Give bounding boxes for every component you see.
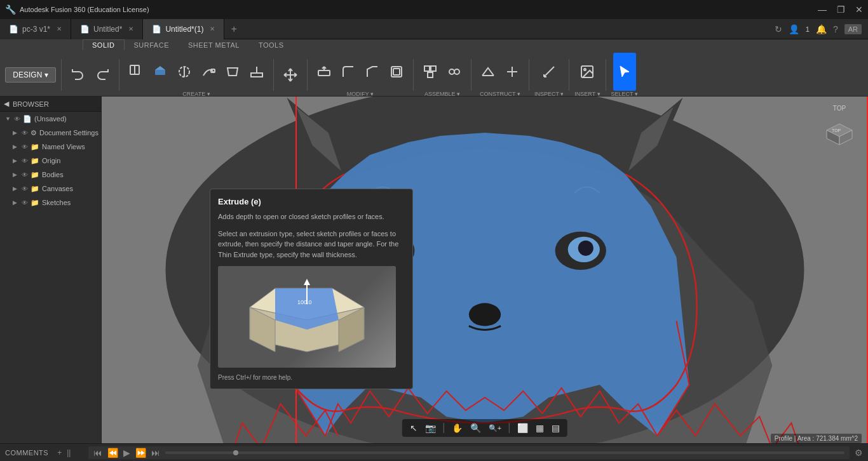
- insert-image-button[interactable]: [576, 53, 599, 91]
- construct-plane-button[interactable]: [477, 53, 499, 91]
- eye-icon-namedviews[interactable]: 👁: [22, 144, 28, 150]
- svg-text:TOP: TOP: [832, 128, 841, 133]
- canvas-tool-cursor[interactable]: ↖: [407, 422, 420, 434]
- eye-icon-unsaved[interactable]: 👁: [14, 116, 20, 123]
- browser-arrow-origin: ▶: [13, 157, 19, 164]
- toolbar-divider-modify: [307, 59, 308, 91]
- tab-untitled1[interactable]: 📄 Untitled*(1) ✕: [143, 19, 224, 39]
- tab-close-pc3[interactable]: ✕: [57, 25, 62, 32]
- create-extrude-button[interactable]: [149, 53, 172, 91]
- canvas-tool-zoomin[interactable]: 🔍+: [486, 423, 504, 434]
- assemble-new-component-button[interactable]: [419, 53, 442, 91]
- tab-extra-person[interactable]: 👤: [789, 24, 799, 34]
- undo-button[interactable]: [67, 56, 90, 94]
- timeline-start-button[interactable]: ⏮: [93, 448, 102, 458]
- browser-label-docsettings: Document Settings: [39, 129, 98, 137]
- timeline-end-button[interactable]: ⏭: [151, 448, 160, 458]
- comments-split-icon[interactable]: ||: [67, 448, 71, 457]
- timeline-prev-button[interactable]: ⏪: [107, 448, 118, 458]
- inspect-group: [538, 53, 560, 91]
- create-sweep-button[interactable]: [197, 53, 220, 91]
- create-loft-button[interactable]: [221, 53, 244, 91]
- eye-icon-sketches[interactable]: 👁: [22, 199, 28, 206]
- minimize-button[interactable]: —: [818, 4, 827, 15]
- construct-group: [477, 53, 524, 91]
- canvas-tool-camera[interactable]: 📷: [423, 422, 438, 434]
- create-group-wrap: CREATE ▾: [125, 53, 268, 97]
- canvas-tool-pan[interactable]: ✋: [449, 422, 465, 434]
- titlebar-controls: — ❐ ✕: [818, 4, 863, 15]
- toolbar-divider-4: [413, 59, 414, 91]
- toolbar-divider-6: [529, 59, 529, 91]
- tab-label-untitled: Untitled*: [93, 25, 122, 34]
- canvas-tool-grid[interactable]: ▦: [533, 422, 546, 434]
- select-group: [613, 53, 636, 91]
- tab-close-untitled1[interactable]: ✕: [210, 25, 215, 32]
- browser-arrow-docsettings: ▶: [13, 130, 19, 136]
- browser-label-canvases: Canvases: [42, 185, 73, 192]
- tab-extra-bell[interactable]: 🔔: [816, 24, 827, 34]
- browser-item-sketches[interactable]: ▶ 👁 📁 Sketches: [0, 196, 101, 210]
- browser-label-sketches: Sketches: [42, 199, 71, 206]
- toolbar-tab-solid[interactable]: SOLID: [83, 39, 125, 50]
- timeline-play-button[interactable]: ▶: [123, 448, 130, 458]
- tab-pc3[interactable]: 📄 pc-3 v1* ✕: [0, 19, 71, 39]
- browser-item-bodies[interactable]: ▶ 👁 📁 Bodies: [0, 168, 101, 182]
- browser-icon-canvases: 📁: [31, 185, 39, 193]
- timeline-track[interactable]: [165, 451, 844, 454]
- browser-item-origin[interactable]: ▶ 👁 📁 Origin: [0, 154, 101, 168]
- settings-gear-icon[interactable]: ⚙: [855, 448, 863, 458]
- canvas-tool-zoom[interactable]: 🔍: [468, 422, 484, 434]
- timeline-next-button[interactable]: ⏩: [135, 448, 146, 458]
- eye-icon-bodies[interactable]: 👁: [22, 171, 28, 178]
- canvas-area[interactable]: Extrude (e) Adds depth to open or closed…: [102, 97, 868, 443]
- comments-add-icon[interactable]: +: [57, 448, 62, 457]
- assemble-joint-button[interactable]: [443, 53, 466, 91]
- browser-item-canvases[interactable]: ▶ 👁 📁 Canvases: [0, 182, 101, 196]
- select-button[interactable]: [613, 53, 636, 91]
- toolbar-tab-surface[interactable]: SURFACE: [125, 39, 179, 50]
- insert-group-wrap: INSERT ▾: [574, 53, 600, 97]
- eye-icon-canvases[interactable]: 👁: [22, 185, 28, 192]
- close-button[interactable]: ✕: [855, 4, 863, 15]
- app-name: Autodesk Fusion 360 (Education License): [20, 6, 149, 13]
- redo-button[interactable]: [91, 56, 114, 94]
- eye-icon-docsettings[interactable]: 👁: [22, 130, 28, 137]
- inspect-measure-button[interactable]: [538, 53, 560, 91]
- canvas-tool-display[interactable]: ⬜: [515, 422, 531, 434]
- create-rib-button[interactable]: [245, 53, 268, 91]
- eye-icon-origin[interactable]: 👁: [22, 157, 28, 164]
- inspect-group-wrap: INSPECT ▾: [534, 53, 564, 97]
- viewcube[interactable]: TOP TOP: [817, 103, 862, 147]
- new-tab-button[interactable]: +: [224, 23, 243, 35]
- tooltip-hint: Press Ctrl+/ for more help.: [218, 374, 405, 381]
- tab-extra-help[interactable]: ?: [833, 24, 838, 34]
- browser-item-docsettings[interactable]: ▶ 👁 ⚙ Document Settings: [0, 126, 101, 140]
- modify-chamfer-button[interactable]: [361, 53, 384, 91]
- toolbar-tab-tools[interactable]: TOOLS: [249, 39, 294, 50]
- modify-press-pull-button[interactable]: [313, 53, 336, 91]
- create-sketch-button[interactable]: [125, 53, 147, 91]
- move-button[interactable]: [279, 56, 302, 94]
- browser-item-namedviews[interactable]: ▶ 👁 📁 Named Views: [0, 140, 101, 154]
- svg-rect-17: [428, 72, 433, 77]
- browser-item-unsaved[interactable]: ▼ 👁 📄 (Unsaved): [0, 112, 101, 126]
- tabs-bar: 📄 pc-3 v1* ✕ 📄 Untitled* ✕ 📄 Untitled*(1…: [0, 19, 868, 39]
- svg-rect-16: [431, 66, 436, 71]
- viewcube-label: TOP: [833, 105, 846, 112]
- tab-untitled[interactable]: 📄 Untitled* ✕: [71, 19, 143, 39]
- construct-axis-button[interactable]: [501, 53, 524, 91]
- modify-fillet-button[interactable]: [337, 53, 360, 91]
- restore-button[interactable]: ❐: [837, 4, 845, 15]
- modify-group: [313, 53, 408, 91]
- sidebar: ◀ BROWSER ▼ 👁 📄 (Unsaved) ▶ 👁 ⚙ Document…: [0, 97, 102, 443]
- design-button[interactable]: DESIGN ▾: [5, 67, 56, 83]
- select-group-wrap: SELECT ▾: [611, 53, 638, 97]
- tab-extra-refresh[interactable]: ↻: [775, 24, 782, 34]
- modify-shell-button[interactable]: [385, 53, 408, 91]
- svg-rect-14: [393, 69, 400, 75]
- canvas-tool-view[interactable]: ▤: [549, 422, 562, 434]
- tab-close-untitled[interactable]: ✕: [128, 25, 133, 32]
- create-revolve-button[interactable]: [173, 53, 196, 91]
- toolbar-tab-sheetmetal[interactable]: SHEET METAL: [179, 39, 249, 50]
